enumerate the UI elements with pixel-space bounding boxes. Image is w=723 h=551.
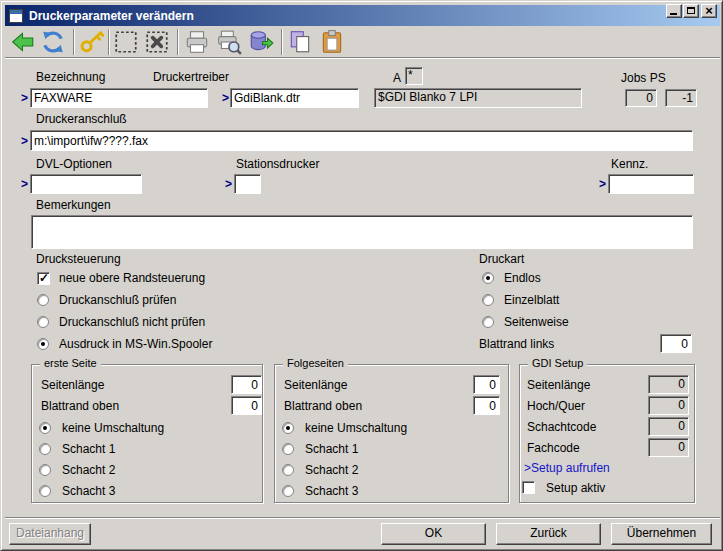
prompt-marker: > xyxy=(599,177,606,191)
gdi-fachcode-field: 0 xyxy=(648,438,689,457)
jobs-ps-label: Jobs PS xyxy=(621,71,666,85)
titlebar: Druckerparameter verändern xyxy=(5,5,720,26)
ms-win-spooler-label[interactable]: Ausdruck in MS-Win.Spooler xyxy=(59,337,212,351)
setup-aktiv-checkbox[interactable] xyxy=(522,481,535,494)
clipboard-paste-icon xyxy=(319,29,345,55)
folge-schacht3-label[interactable]: Schacht 3 xyxy=(305,484,358,498)
zurueck-button[interactable]: Zurück xyxy=(496,523,601,545)
erste-schacht1-label[interactable]: Schacht 1 xyxy=(62,442,115,456)
erste-schacht1-radio[interactable] xyxy=(39,443,51,455)
folge-schacht1-label[interactable]: Schacht 1 xyxy=(305,442,358,456)
close-button[interactable]: × xyxy=(701,4,717,18)
back-arrow-icon xyxy=(10,29,36,55)
folge-keine-umschaltung-radio[interactable] xyxy=(282,422,294,434)
druckanschluss-pruefen-radio[interactable] xyxy=(37,294,49,306)
endlos-label[interactable]: Endlos xyxy=(504,271,541,285)
clear-selection-button[interactable] xyxy=(144,29,170,55)
maximize-button[interactable] xyxy=(683,4,699,18)
kennz-label: Kennz. xyxy=(611,157,648,171)
a-label: A xyxy=(393,71,401,85)
paste-button[interactable] xyxy=(319,29,345,55)
erste-seite-group-title: erste Seite xyxy=(40,357,101,369)
druckertreiber-input[interactable] xyxy=(230,88,359,108)
dateianhang-button: Dateianhang xyxy=(9,523,91,545)
druckart-label: Druckart xyxy=(479,252,524,266)
toolbar-separator xyxy=(108,29,110,55)
window-title: Druckerparameter verändern xyxy=(29,9,194,23)
refresh-button[interactable] xyxy=(40,29,66,55)
druckanschluss-nicht-pruefen-radio[interactable] xyxy=(37,316,49,328)
stationsdrucker-input[interactable] xyxy=(234,174,261,194)
key-icon xyxy=(79,29,105,55)
folge-seitenlaenge-input[interactable] xyxy=(473,375,500,394)
druckanschluss-pruefen-label[interactable]: Druckanschluß prüfen xyxy=(59,293,176,307)
bezeichnung-input[interactable] xyxy=(30,88,208,108)
einzelblatt-radio[interactable] xyxy=(482,294,494,306)
prompt-marker: > xyxy=(225,177,232,191)
folge-keine-umschaltung-label[interactable]: keine Umschaltung xyxy=(305,421,407,435)
gdi-schachtcode-field: 0 xyxy=(648,417,689,436)
kennz-input[interactable] xyxy=(608,174,694,194)
endlos-radio[interactable] xyxy=(482,272,494,284)
erste-seitenlaenge-input[interactable] xyxy=(231,375,262,394)
erste-blattrand-oben-input[interactable] xyxy=(231,396,262,415)
setup-aktiv-label[interactable]: Setup aktiv xyxy=(546,481,605,495)
treiber-info-field: $GDI Blanko 7 LPI xyxy=(374,88,582,108)
bemerkungen-input[interactable] xyxy=(31,215,693,249)
toolbar-separator xyxy=(281,29,283,55)
erste-keine-umschaltung-label[interactable]: keine Umschaltung xyxy=(62,421,164,435)
folge-schacht2-label[interactable]: Schacht 2 xyxy=(305,463,358,477)
seitenweise-radio[interactable] xyxy=(482,316,494,328)
neue-randsteuerung-label[interactable]: neue obere Randsteuerung xyxy=(59,271,205,285)
prompt-marker: > xyxy=(21,91,28,105)
select-region-button[interactable] xyxy=(113,29,139,55)
gdi-hoch-quer-field: 0 xyxy=(648,396,689,415)
bemerkungen-label: Bemerkungen xyxy=(36,198,111,212)
erste-seitenlaenge-label: Seitenlänge xyxy=(41,378,104,392)
export-data-button[interactable] xyxy=(248,29,274,55)
footer-divider xyxy=(5,517,720,519)
print-preview-icon xyxy=(216,29,242,55)
copy-button[interactable] xyxy=(287,29,313,55)
erste-schacht3-radio[interactable] xyxy=(39,485,51,497)
setup-aufrufen-link[interactable]: >Setup aufrufen xyxy=(524,461,610,475)
erste-schacht2-label[interactable]: Schacht 2 xyxy=(62,463,115,477)
folge-schacht3-radio[interactable] xyxy=(282,485,294,497)
prompt-marker: > xyxy=(21,177,28,191)
erste-schacht3-label[interactable]: Schacht 3 xyxy=(62,484,115,498)
ok-button[interactable]: OK xyxy=(381,523,486,545)
back-button[interactable] xyxy=(10,29,36,55)
erste-schacht2-radio[interactable] xyxy=(39,464,51,476)
toolbar-separator xyxy=(177,29,179,55)
druckanschluss-nicht-pruefen-label[interactable]: Druckanschluß nicht prüfen xyxy=(59,315,205,329)
erste-keine-umschaltung-radio[interactable] xyxy=(39,422,51,434)
close-icon: × xyxy=(702,4,716,18)
print-preview-button[interactable] xyxy=(216,29,242,55)
printer-icon xyxy=(184,29,210,55)
ms-win-spooler-radio[interactable] xyxy=(37,338,49,350)
neue-randsteuerung-checkbox[interactable] xyxy=(37,272,50,285)
folge-schacht2-radio[interactable] xyxy=(282,464,294,476)
blattrand-links-input[interactable] xyxy=(660,334,692,353)
seitenweise-label[interactable]: Seitenweise xyxy=(504,315,569,329)
minimize-button[interactable] xyxy=(666,4,682,18)
gdi-seitenlaenge-field: 0 xyxy=(648,375,689,394)
print-button[interactable] xyxy=(184,29,210,55)
gdi-setup-group-title: GDI Setup xyxy=(528,357,587,369)
toolbar xyxy=(5,28,720,57)
dialog-druckerparameter: Druckerparameter verändern × xyxy=(0,0,723,551)
folge-schacht1-radio[interactable] xyxy=(282,443,294,455)
erste-blattrand-oben-label: Blattrand oben xyxy=(41,399,119,413)
key-button[interactable] xyxy=(79,29,105,55)
folgeseiten-group-title: Folgeseiten xyxy=(283,357,348,369)
selection-box-icon xyxy=(113,29,139,55)
dvl-optionen-input[interactable] xyxy=(30,174,142,194)
uebernehmen-button[interactable]: Übernehmen xyxy=(611,523,712,545)
druckeranschluss-input[interactable] xyxy=(30,130,693,151)
ps-field: -1 xyxy=(665,89,697,107)
prompt-marker: > xyxy=(21,134,28,148)
a-flag-field[interactable]: * xyxy=(405,67,423,85)
einzelblatt-label[interactable]: Einzelblatt xyxy=(504,293,559,307)
folge-blattrand-oben-input[interactable] xyxy=(473,396,500,415)
drucksteuerung-label: Drucksteuerung xyxy=(36,252,121,266)
